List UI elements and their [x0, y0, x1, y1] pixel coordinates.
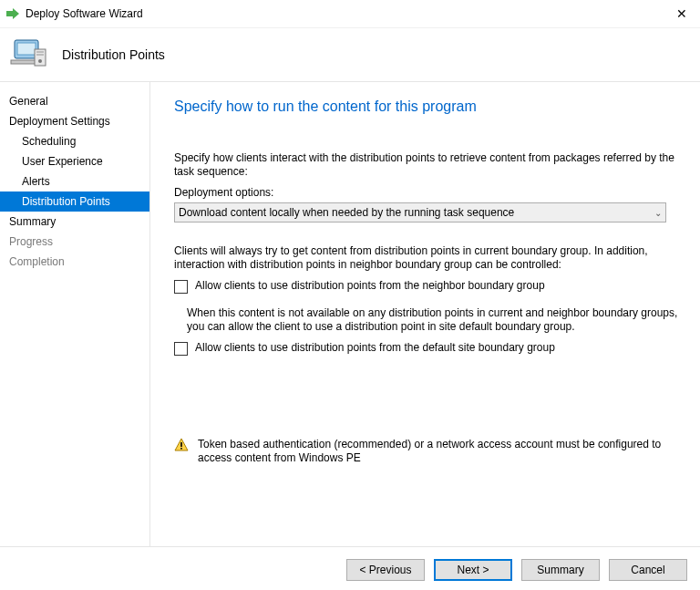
- cancel-button[interactable]: Cancel: [609, 559, 687, 581]
- default-site-checkbox-row[interactable]: Allow clients to use distribution points…: [174, 341, 682, 356]
- intro-text: Specify how clients interact with the di…: [174, 151, 682, 179]
- titlebar: Deploy Software Wizard ✕: [0, 0, 700, 28]
- nav-progress: Progress: [0, 232, 149, 252]
- nav-user-experience[interactable]: User Experience: [0, 151, 149, 171]
- warning-icon: [174, 438, 189, 452]
- wizard-header: Distribution Points: [0, 28, 700, 82]
- wizard-content: Specify how to run the content for this …: [150, 82, 700, 546]
- nav-distribution-points[interactable]: Distribution Points: [0, 191, 149, 212]
- wizard-footer: < Previous Next > Summary Cancel: [0, 546, 700, 590]
- svg-marker-0: [6, 8, 19, 19]
- nav-summary[interactable]: Summary: [0, 212, 149, 232]
- svg-rect-6: [36, 54, 44, 56]
- boundary-text: Clients will always try to get content f…: [174, 244, 682, 272]
- neighbor-checkbox-label: Allow clients to use distribution points…: [195, 279, 545, 292]
- computer-icon: [9, 36, 49, 73]
- warning-text: Token based authentication (recommended)…: [198, 438, 682, 465]
- svg-point-7: [38, 59, 42, 63]
- svg-rect-9: [180, 442, 182, 447]
- nav-deployment-settings[interactable]: Deployment Settings: [0, 111, 149, 131]
- svg-rect-5: [36, 51, 44, 53]
- chevron-down-icon: ⌄: [649, 208, 662, 218]
- content-heading: Specify how to run the content for this …: [174, 98, 682, 115]
- deploy-options-value: Download content locally when needed by …: [179, 206, 514, 219]
- neighbor-checkbox[interactable]: [174, 280, 188, 294]
- deploy-options-label: Deployment options:: [174, 186, 682, 199]
- wizard-nav: General Deployment Settings Scheduling U…: [0, 82, 150, 546]
- neighbor-checkbox-row[interactable]: Allow clients to use distribution points…: [174, 279, 682, 294]
- default-site-checkbox-label: Allow clients to use distribution points…: [195, 341, 555, 354]
- summary-button[interactable]: Summary: [521, 559, 600, 581]
- nav-alerts[interactable]: Alerts: [0, 171, 149, 191]
- nav-general[interactable]: General: [0, 91, 149, 111]
- next-button[interactable]: Next >: [434, 559, 512, 581]
- previous-button[interactable]: < Previous: [346, 559, 425, 581]
- svg-rect-10: [180, 448, 182, 450]
- page-title: Distribution Points: [62, 47, 165, 62]
- default-site-checkbox[interactable]: [174, 342, 188, 356]
- fallback-text: When this content is not available on an…: [187, 306, 682, 334]
- nav-scheduling[interactable]: Scheduling: [0, 131, 149, 151]
- close-icon[interactable]: ✕: [671, 5, 693, 23]
- app-icon: [5, 6, 20, 21]
- window-title: Deploy Software Wizard: [26, 7, 143, 20]
- warning-row: Token based authentication (recommended)…: [174, 438, 682, 465]
- nav-completion: Completion: [0, 252, 149, 272]
- deploy-options-select[interactable]: Download content locally when needed by …: [174, 202, 666, 223]
- svg-rect-2: [17, 43, 36, 55]
